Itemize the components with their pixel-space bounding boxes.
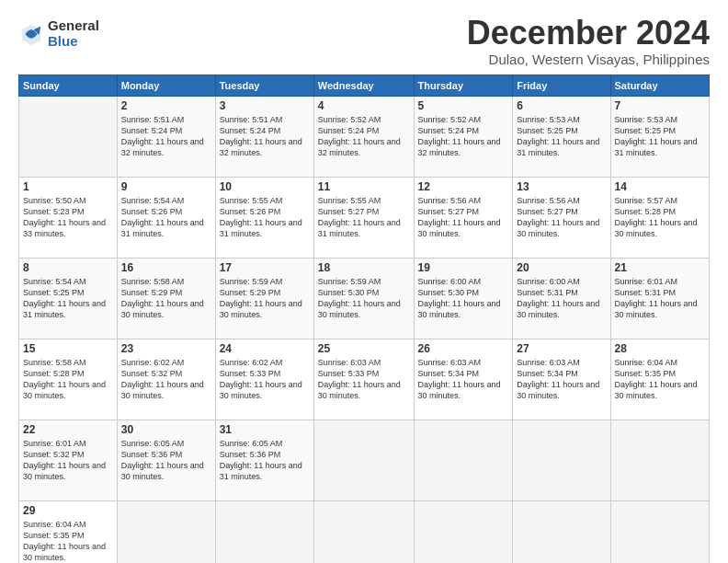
day-info: Sunrise: 5:56 AMSunset: 5:27 PMDaylight:… (418, 196, 501, 238)
col-tuesday: Tuesday (215, 75, 313, 96)
day-number: 31 (220, 423, 310, 436)
day-info: Sunrise: 6:01 AMSunset: 5:31 PMDaylight:… (615, 277, 698, 319)
day-number: 22 (23, 423, 113, 436)
header-row: Sunday Monday Tuesday Wednesday Thursday… (19, 75, 710, 96)
day-number: 13 (517, 180, 606, 193)
day-info: Sunrise: 6:00 AMSunset: 5:31 PMDaylight:… (517, 277, 599, 319)
calendar-week-1: 2Sunrise: 5:51 AMSunset: 5:24 PMDaylight… (19, 96, 710, 177)
day-info: Sunrise: 5:58 AMSunset: 5:28 PMDaylight:… (23, 358, 106, 400)
calendar-cell: 9Sunrise: 5:54 AMSunset: 5:26 PMDaylight… (117, 177, 215, 258)
calendar-cell: 17Sunrise: 5:59 AMSunset: 5:29 PMDayligh… (215, 258, 313, 339)
day-number: 19 (418, 261, 509, 274)
day-info: Sunrise: 6:04 AMSunset: 5:35 PMDaylight:… (615, 358, 698, 400)
day-number: 24 (220, 342, 310, 355)
calendar-cell: 7Sunrise: 5:53 AMSunset: 5:25 PMDaylight… (610, 96, 709, 177)
day-number: 15 (23, 342, 113, 355)
calendar-cell: 16Sunrise: 5:58 AMSunset: 5:29 PMDayligh… (117, 258, 215, 339)
day-number: 25 (318, 342, 410, 355)
logo: General Blue (18, 18, 99, 49)
col-friday: Friday (513, 75, 610, 96)
calendar-cell: 8Sunrise: 5:54 AMSunset: 5:25 PMDaylight… (19, 258, 118, 339)
calendar-cell: 15Sunrise: 5:58 AMSunset: 5:28 PMDayligh… (19, 339, 118, 419)
calendar-cell: 4Sunrise: 5:52 AMSunset: 5:24 PMDaylight… (313, 96, 414, 177)
day-info: Sunrise: 5:58 AMSunset: 5:29 PMDaylight:… (121, 277, 204, 319)
logo-blue: Blue (48, 34, 99, 50)
calendar-cell: 20Sunrise: 6:00 AMSunset: 5:31 PMDayligh… (513, 258, 610, 339)
calendar-cell: 11Sunrise: 5:55 AMSunset: 5:27 PMDayligh… (313, 177, 414, 258)
day-number: 18 (318, 261, 410, 274)
day-info: Sunrise: 6:03 AMSunset: 5:34 PMDaylight:… (418, 358, 501, 400)
calendar-cell (414, 500, 513, 563)
day-info: Sunrise: 6:00 AMSunset: 5:30 PMDaylight:… (418, 277, 501, 319)
calendar-cell: 31Sunrise: 6:05 AMSunset: 5:36 PMDayligh… (215, 419, 313, 500)
day-number: 23 (121, 342, 211, 355)
day-info: Sunrise: 5:59 AMSunset: 5:30 PMDaylight:… (318, 277, 401, 319)
calendar-cell (215, 500, 313, 563)
day-number: 26 (418, 342, 509, 355)
calendar-cell: 28Sunrise: 6:04 AMSunset: 5:35 PMDayligh… (610, 339, 709, 419)
day-number: 14 (615, 180, 705, 193)
logo-icon (18, 21, 44, 47)
calendar-cell (513, 500, 610, 563)
calendar-cell: 27Sunrise: 6:03 AMSunset: 5:34 PMDayligh… (513, 339, 610, 419)
day-number: 5 (418, 99, 509, 112)
day-info: Sunrise: 6:02 AMSunset: 5:33 PMDaylight:… (220, 358, 302, 400)
calendar-cell: 2Sunrise: 5:51 AMSunset: 5:24 PMDaylight… (117, 96, 215, 177)
day-number: 9 (121, 180, 211, 193)
day-number: 10 (220, 180, 310, 193)
day-number: 4 (318, 99, 410, 112)
location-subtitle: Dulao, Western Visayas, Philippines (467, 52, 710, 67)
day-info: Sunrise: 5:54 AMSunset: 5:25 PMDaylight:… (23, 277, 106, 319)
calendar-cell: 22Sunrise: 6:01 AMSunset: 5:32 PMDayligh… (19, 419, 118, 500)
day-number: 30 (121, 423, 211, 436)
day-number: 27 (517, 342, 606, 355)
calendar-cell (117, 500, 215, 563)
day-info: Sunrise: 6:03 AMSunset: 5:33 PMDaylight:… (318, 358, 401, 400)
day-info: Sunrise: 6:05 AMSunset: 5:36 PMDaylight:… (121, 439, 204, 481)
calendar-cell: 23Sunrise: 6:02 AMSunset: 5:32 PMDayligh… (117, 339, 215, 419)
day-info: Sunrise: 5:55 AMSunset: 5:27 PMDaylight:… (318, 196, 401, 238)
calendar-cell: 25Sunrise: 6:03 AMSunset: 5:33 PMDayligh… (313, 339, 414, 419)
calendar-cell (19, 96, 118, 177)
calendar-week-2: 1Sunrise: 5:50 AMSunset: 5:23 PMDaylight… (19, 177, 710, 258)
calendar-cell (414, 419, 513, 500)
calendar-cell (313, 500, 414, 563)
day-number: 1 (23, 180, 113, 193)
calendar-cell (610, 419, 709, 500)
calendar-cell: 12Sunrise: 5:56 AMSunset: 5:27 PMDayligh… (414, 177, 513, 258)
calendar-week-5: 22Sunrise: 6:01 AMSunset: 5:32 PMDayligh… (19, 419, 710, 500)
day-number: 3 (220, 99, 310, 112)
calendar-cell: 13Sunrise: 5:56 AMSunset: 5:27 PMDayligh… (513, 177, 610, 258)
logo-text: General Blue (48, 18, 99, 49)
calendar-cell: 29Sunrise: 6:04 AMSunset: 5:35 PMDayligh… (19, 500, 118, 563)
calendar-cell: 26Sunrise: 6:03 AMSunset: 5:34 PMDayligh… (414, 339, 513, 419)
page: General Blue December 2024 Dulao, Wester… (0, 0, 728, 563)
calendar-cell (513, 419, 610, 500)
day-info: Sunrise: 5:54 AMSunset: 5:26 PMDaylight:… (121, 196, 204, 238)
calendar-cell: 30Sunrise: 6:05 AMSunset: 5:36 PMDayligh… (117, 419, 215, 500)
col-saturday: Saturday (610, 75, 709, 96)
day-info: Sunrise: 5:55 AMSunset: 5:26 PMDaylight:… (220, 196, 302, 238)
day-number: 12 (418, 180, 509, 193)
logo-general: General (48, 18, 99, 34)
calendar-cell (610, 500, 709, 563)
day-number: 16 (121, 261, 211, 274)
calendar-table: Sunday Monday Tuesday Wednesday Thursday… (18, 75, 710, 563)
calendar-body: 2Sunrise: 5:51 AMSunset: 5:24 PMDaylight… (19, 96, 710, 563)
day-number: 8 (23, 261, 113, 274)
calendar-week-3: 8Sunrise: 5:54 AMSunset: 5:25 PMDaylight… (19, 258, 710, 339)
calendar-cell: 21Sunrise: 6:01 AMSunset: 5:31 PMDayligh… (610, 258, 709, 339)
col-sunday: Sunday (19, 75, 118, 96)
day-info: Sunrise: 5:59 AMSunset: 5:29 PMDaylight:… (220, 277, 302, 319)
day-info: Sunrise: 6:04 AMSunset: 5:35 PMDaylight:… (23, 520, 106, 562)
day-info: Sunrise: 5:51 AMSunset: 5:24 PMDaylight:… (121, 115, 204, 157)
day-number: 29 (23, 504, 113, 517)
calendar-cell: 18Sunrise: 5:59 AMSunset: 5:30 PMDayligh… (313, 258, 414, 339)
day-number: 28 (615, 342, 705, 355)
col-thursday: Thursday (414, 75, 513, 96)
day-number: 11 (318, 180, 410, 193)
day-info: Sunrise: 6:02 AMSunset: 5:32 PMDaylight:… (121, 358, 204, 400)
calendar-cell: 10Sunrise: 5:55 AMSunset: 5:26 PMDayligh… (215, 177, 313, 258)
day-info: Sunrise: 5:57 AMSunset: 5:28 PMDaylight:… (615, 196, 698, 238)
day-info: Sunrise: 5:53 AMSunset: 5:25 PMDaylight:… (615, 115, 698, 157)
